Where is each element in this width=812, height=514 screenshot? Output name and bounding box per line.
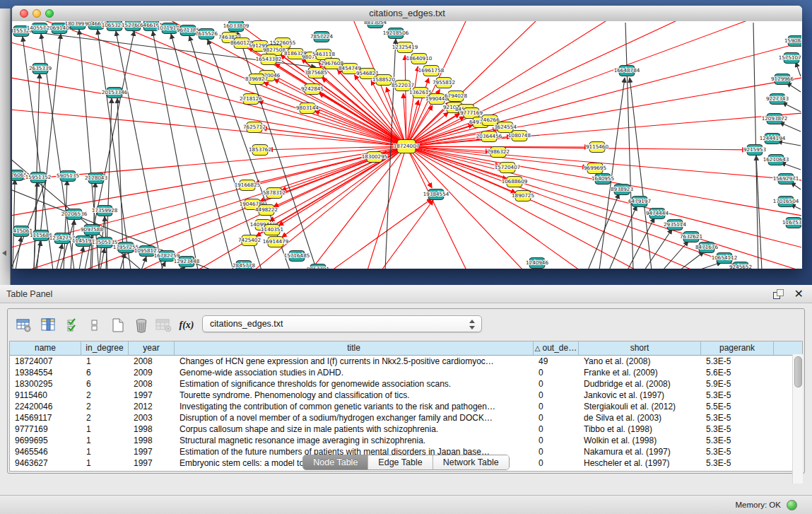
graph-node[interactable]: 9803144 xyxy=(296,103,319,114)
graph-node[interactable]: 9097588 xyxy=(81,225,103,235)
graph-node-label: 6794028 xyxy=(445,93,467,99)
graph-node[interactable]: 8938923 xyxy=(611,185,633,195)
graph-node[interactable]: 7632621 xyxy=(680,232,702,243)
column-header-in_degree[interactable]: in_degree xyxy=(81,341,129,355)
graph-node[interactable]: 7615526 xyxy=(195,29,218,40)
graph-node[interactable]: 12093872 xyxy=(762,114,788,124)
table-cell: 18300295 xyxy=(10,378,81,390)
graph-node[interactable]: 9227343 xyxy=(766,94,789,105)
graph-node[interactable]: 1853762 xyxy=(249,145,271,156)
graph-edge xyxy=(34,182,37,269)
graph-node[interactable]: 15716485 xyxy=(284,251,310,262)
graph-node[interactable]: 12342757 xyxy=(49,233,76,244)
graph-node[interactable]: 18640910 xyxy=(406,54,433,64)
graph-node[interactable]: 17016504 xyxy=(773,197,799,207)
graph-node[interactable]: 12325419 xyxy=(392,42,418,53)
graph-node[interactable]: 9245652 xyxy=(729,262,752,269)
column-header-year[interactable]: year xyxy=(129,341,175,355)
table-cell: 1 xyxy=(81,356,129,367)
graph-node[interactable]: 19384554 xyxy=(423,189,449,200)
graph-node[interactable]: 9115460 xyxy=(586,142,608,153)
graph-node[interactable]: 20206536 xyxy=(61,209,88,220)
table-select-dropdown[interactable]: citations_edges.txt xyxy=(202,315,482,332)
table-cell: 0 xyxy=(534,412,579,424)
table-row[interactable]: 969969511998Structural magnetic resonanc… xyxy=(10,435,802,446)
function-builder-button[interactable]: f(x) xyxy=(177,316,196,334)
network-canvas[interactable]: 3155327140557172069140618039921904665510… xyxy=(12,21,802,269)
graph-node[interactable]: 20153346 xyxy=(102,88,128,98)
column-header-short[interactable]: short xyxy=(579,341,701,355)
graph-node[interactable]: 16210643 xyxy=(763,155,789,165)
scrollbar-thumb[interactable] xyxy=(794,356,802,387)
graph-node[interactable]: 16543382 xyxy=(256,54,282,65)
column-header-title[interactable]: title xyxy=(175,341,534,355)
table-row[interactable]: 2242004622012Investigating the contribut… xyxy=(10,401,802,412)
table-row[interactable]: 977716911998Corpus callosum shape and si… xyxy=(10,424,802,435)
graph-node[interactable]: 2635339 xyxy=(29,64,52,74)
delete-table-button[interactable] xyxy=(155,316,173,334)
table-mode-button[interactable] xyxy=(15,316,33,334)
graph-node[interactable]: 6479197 xyxy=(628,197,651,207)
table-row[interactable]: 1872400712008Changes of HCN gene express… xyxy=(10,356,802,367)
graph-node[interactable]: 17359928 xyxy=(92,206,118,216)
graph-node-label: 1853762 xyxy=(249,146,271,153)
select-columns-button[interactable] xyxy=(64,316,83,334)
graph-node[interactable]: 15692971 xyxy=(773,174,799,185)
delete-column-button[interactable] xyxy=(132,316,151,334)
table-cell: Corpus callosum shape and size in male p… xyxy=(175,424,534,435)
graph-node[interactable]: 2845778 xyxy=(233,261,255,269)
graph-node[interactable]: 19218506 xyxy=(383,28,409,39)
graph-node[interactable]: 5878312 xyxy=(263,188,286,199)
graph-node[interactable]: 1890725 xyxy=(512,191,534,201)
graph-node[interactable]: 3875685 xyxy=(305,68,327,78)
graph-node[interactable]: 10654112 xyxy=(712,253,738,264)
graph-node[interactable]: 1167533 xyxy=(782,218,801,228)
window-titlebar[interactable]: citations_edges.txt xyxy=(12,6,802,22)
graph-node[interactable]: 4498222 xyxy=(255,205,278,216)
graph-node[interactable]: 9215953 xyxy=(743,145,766,156)
column-header-pagerank[interactable]: pagerank xyxy=(701,341,774,355)
graph-node[interactable]: 15751074 xyxy=(779,53,801,64)
tab-edge-table[interactable]: Edge Table xyxy=(368,455,433,469)
graph-node[interactable]: 5905135 xyxy=(57,171,79,182)
graph-node[interactable]: 1240946 xyxy=(526,258,548,269)
tab-network-table[interactable]: Network Table xyxy=(433,455,509,469)
column-header-name[interactable]: name xyxy=(10,341,81,355)
graph-node[interactable]: 2128043 xyxy=(85,173,107,184)
float-window-icon[interactable] xyxy=(773,289,784,299)
graph-node[interactable]: 10688609 xyxy=(502,177,528,187)
graph-node[interactable]: 7955812 xyxy=(433,78,455,88)
status-bar: Memory: OK xyxy=(0,495,812,514)
graph-node[interactable]: 1140351 xyxy=(261,225,283,235)
table-row[interactable]: 1830029562008Estimation of significance … xyxy=(10,378,802,390)
graph-node[interactable]: 1080748 xyxy=(508,131,531,141)
left-splitter-strip[interactable] xyxy=(0,8,11,285)
graph-node[interactable]: 9699695 xyxy=(584,163,606,174)
graph-node[interactable]: 16648784 xyxy=(614,66,640,76)
graph-node[interactable]: 18724007 xyxy=(394,140,420,153)
column-header-out_de[interactable]: △out_de… xyxy=(534,341,579,355)
graph-node[interactable]: 16033809 xyxy=(223,21,249,32)
graph-node[interactable]: 2718126 xyxy=(240,94,262,105)
memory-status-icon[interactable] xyxy=(787,500,797,510)
graph-node[interactable]: 7857224 xyxy=(310,32,333,42)
table-row[interactable]: 911546021997Tourette syndrome. Phenomeno… xyxy=(10,390,802,401)
graph-node[interactable]: 15951352 xyxy=(25,173,52,183)
graph-node[interactable]: 8471676 xyxy=(695,243,718,253)
show-columns-button[interactable] xyxy=(40,316,58,334)
graph-node[interactable]: 15720407 xyxy=(495,163,521,173)
graph-node[interactable]: 1590842 xyxy=(784,36,801,47)
graph-node[interactable]: 8813054 xyxy=(364,21,387,28)
graph-edge xyxy=(796,62,801,76)
close-panel-icon[interactable]: ✕ xyxy=(794,287,804,300)
row-height-button[interactable] xyxy=(86,316,104,334)
tab-node-table[interactable]: Node Table xyxy=(303,455,368,469)
splitter-collapse-icon[interactable] xyxy=(2,250,6,256)
create-column-button[interactable] xyxy=(109,316,127,334)
graph-node[interactable]: 9474444 xyxy=(646,209,669,219)
graph-node[interactable]: 9857791 xyxy=(307,264,329,269)
table-row[interactable]: 1938455462009Genome-wide association stu… xyxy=(10,367,802,378)
table-row[interactable]: 1456911722003Disruption of a novel membe… xyxy=(10,412,802,424)
graph-node[interactable]: 12923448 xyxy=(174,257,200,267)
graph-node[interactable]: 7625712 xyxy=(243,122,266,133)
